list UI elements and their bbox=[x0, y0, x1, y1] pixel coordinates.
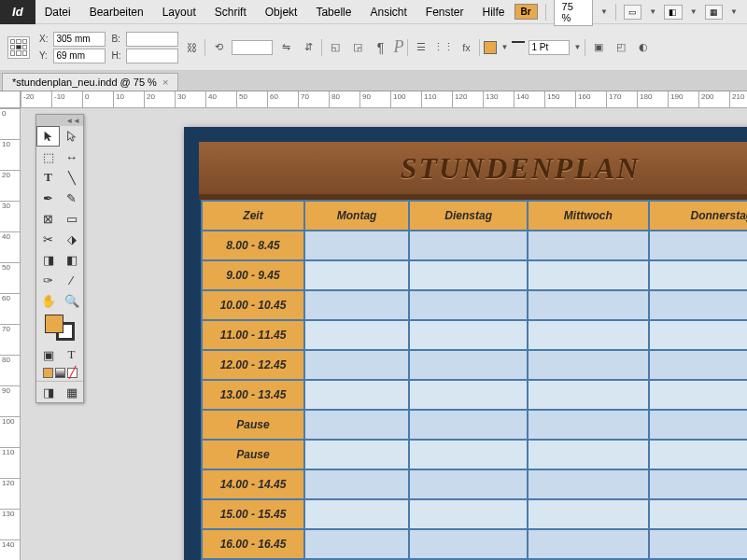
schedule-cell[interactable] bbox=[409, 320, 528, 350]
apply-none-icon[interactable]: ╱ bbox=[67, 368, 78, 378]
schedule-cell[interactable] bbox=[528, 231, 648, 260]
schedule-cell[interactable] bbox=[304, 529, 409, 559]
time-cell[interactable]: 9.00 - 9.45 bbox=[202, 260, 304, 290]
screen-mode-icon[interactable]: ◧ bbox=[664, 5, 682, 20]
document-canvas[interactable]: ◄◄ ⬚ ↔ T ╲ ✒ ✎ ⊠ ▭ ✂ ⬗ ◨ ◧ ✑ ⁄ ✋ 🔍 bbox=[21, 108, 747, 560]
arrange-icon[interactable]: ▦ bbox=[705, 5, 723, 20]
view-dropdown-icon[interactable]: ▼ bbox=[649, 7, 656, 16]
stroke-style-swatch[interactable] bbox=[512, 41, 525, 54]
table-row[interactable]: 12.00 - 12.45 bbox=[202, 350, 747, 380]
rotate-icon[interactable]: ⟲ bbox=[209, 39, 228, 56]
pencil-tool[interactable]: ✎ bbox=[60, 188, 83, 208]
apply-gradient-icon[interactable] bbox=[55, 368, 65, 378]
arrange-dropdown-icon[interactable]: ▼ bbox=[730, 7, 738, 16]
time-cell[interactable]: 15.00 - 15.45 bbox=[202, 499, 304, 529]
distribute-icon[interactable]: ⋮⋮ bbox=[434, 39, 453, 56]
table-row[interactable]: 10.00 - 10.45 bbox=[202, 290, 747, 320]
schedule-cell[interactable] bbox=[649, 231, 747, 260]
scissors-tool[interactable]: ✂ bbox=[36, 229, 60, 249]
table-row[interactable]: 14.00 - 14.45 bbox=[202, 469, 747, 499]
menu-objekt[interactable]: Objekt bbox=[256, 6, 307, 19]
apply-color-icon[interactable] bbox=[43, 368, 53, 378]
note-tool[interactable]: ✑ bbox=[36, 270, 60, 290]
menu-schrift[interactable]: Schrift bbox=[205, 6, 256, 19]
schedule-cell[interactable] bbox=[649, 440, 747, 469]
time-cell[interactable]: 14.00 - 14.45 bbox=[202, 469, 304, 499]
table-header[interactable]: Montag bbox=[304, 201, 409, 231]
y-input[interactable] bbox=[53, 49, 106, 63]
table-row[interactable]: 9.00 - 9.45 bbox=[202, 260, 747, 290]
schedule-cell[interactable] bbox=[304, 380, 409, 410]
constrain-icon[interactable]: ⛓ bbox=[182, 39, 201, 56]
flip-v-icon[interactable]: ⇵ bbox=[299, 39, 317, 56]
schedule-cell[interactable] bbox=[409, 231, 528, 260]
schedule-cell[interactable] bbox=[304, 440, 409, 469]
schedule-cell[interactable] bbox=[528, 469, 648, 499]
free-transform-tool[interactable]: ⬗ bbox=[60, 229, 83, 249]
formatting-container-icon[interactable]: ▣ bbox=[36, 344, 60, 365]
tab-close-icon[interactable]: × bbox=[162, 77, 168, 88]
view-mode-icon[interactable]: ▭ bbox=[624, 5, 641, 20]
align-icon[interactable]: ☰ bbox=[412, 39, 430, 56]
schedule-cell[interactable] bbox=[304, 469, 409, 499]
panel-collapse-icon[interactable]: ◄◄ bbox=[36, 115, 83, 126]
select-container-icon[interactable]: ◱ bbox=[326, 39, 345, 56]
table-header[interactable]: Dienstag bbox=[409, 201, 528, 231]
pen-tool[interactable]: ✒ bbox=[36, 188, 60, 208]
preview-view-icon[interactable]: ▦ bbox=[60, 382, 83, 402]
schedule-cell[interactable] bbox=[304, 260, 409, 290]
schedule-cell[interactable] bbox=[649, 350, 747, 380]
table-header[interactable]: Donnerstag bbox=[649, 201, 747, 231]
screen-dropdown-icon[interactable]: ▼ bbox=[690, 7, 698, 16]
schedule-cell[interactable] bbox=[528, 320, 648, 350]
fill-stroke-control[interactable] bbox=[36, 311, 83, 344]
schedule-cell[interactable] bbox=[649, 529, 747, 559]
schedule-cell[interactable] bbox=[409, 469, 528, 499]
menu-layout[interactable]: Layout bbox=[153, 6, 205, 19]
schedule-cell[interactable] bbox=[528, 380, 648, 410]
time-cell[interactable]: 16.00 - 16.45 bbox=[202, 529, 304, 559]
time-cell[interactable]: Pause bbox=[202, 440, 304, 469]
schedule-cell[interactable] bbox=[528, 440, 648, 469]
schedule-cell[interactable] bbox=[528, 529, 648, 559]
schedule-cell[interactable] bbox=[409, 380, 528, 410]
stroke-dropdown-icon[interactable]: ▼ bbox=[573, 43, 581, 51]
flip-h-icon[interactable]: ⇋ bbox=[276, 39, 295, 56]
direct-selection-tool[interactable] bbox=[60, 126, 83, 147]
table-row[interactable]: Pause bbox=[202, 410, 747, 440]
schedule-cell[interactable] bbox=[304, 410, 409, 440]
select-content-icon[interactable]: ◲ bbox=[348, 39, 367, 56]
schedule-cell[interactable] bbox=[649, 469, 747, 499]
page-tool[interactable]: ⬚ bbox=[36, 147, 60, 167]
menu-fenster[interactable]: Fenster bbox=[416, 6, 473, 19]
ruler-origin[interactable] bbox=[0, 91, 21, 108]
fill-dropdown-icon[interactable]: ▼ bbox=[500, 43, 508, 51]
gap-tool[interactable]: ↔ bbox=[60, 147, 83, 167]
w-input[interactable] bbox=[126, 32, 178, 47]
menu-ansicht[interactable]: Ansicht bbox=[360, 6, 416, 19]
reference-point[interactable] bbox=[7, 36, 30, 59]
schedule-cell[interactable] bbox=[649, 380, 747, 410]
rectangle-frame-tool[interactable]: ⊠ bbox=[36, 208, 60, 229]
zoom-level[interactable]: 75 % bbox=[554, 0, 593, 26]
schedule-cell[interactable] bbox=[649, 260, 747, 290]
table-header[interactable]: Zeit bbox=[202, 201, 304, 231]
fill-swatch[interactable] bbox=[45, 315, 63, 333]
horizontal-ruler[interactable]: -20-100102030405060708090100110120130140… bbox=[21, 91, 747, 108]
time-cell[interactable]: 13.00 - 13.45 bbox=[202, 380, 304, 410]
schedule-cell[interactable] bbox=[528, 499, 648, 529]
schedule-cell[interactable] bbox=[649, 499, 747, 529]
schedule-cell[interactable] bbox=[409, 290, 528, 320]
normal-view-icon[interactable]: ◨ bbox=[36, 382, 60, 402]
eyedropper-tool[interactable]: ⁄ bbox=[60, 270, 83, 290]
character-icon[interactable]: ¶ bbox=[371, 39, 389, 56]
schedule-cell[interactable] bbox=[528, 410, 648, 440]
table-row[interactable]: Pause bbox=[202, 440, 747, 469]
schedule-cell[interactable] bbox=[528, 290, 648, 320]
table-row[interactable]: 8.00 - 8.45 bbox=[202, 231, 747, 260]
line-tool[interactable]: ╲ bbox=[60, 167, 83, 188]
menu-datei[interactable]: Datei bbox=[35, 6, 80, 19]
schedule-cell[interactable] bbox=[409, 260, 528, 290]
schedule-cell[interactable] bbox=[304, 350, 409, 380]
time-cell[interactable]: 10.00 - 10.45 bbox=[202, 290, 304, 320]
